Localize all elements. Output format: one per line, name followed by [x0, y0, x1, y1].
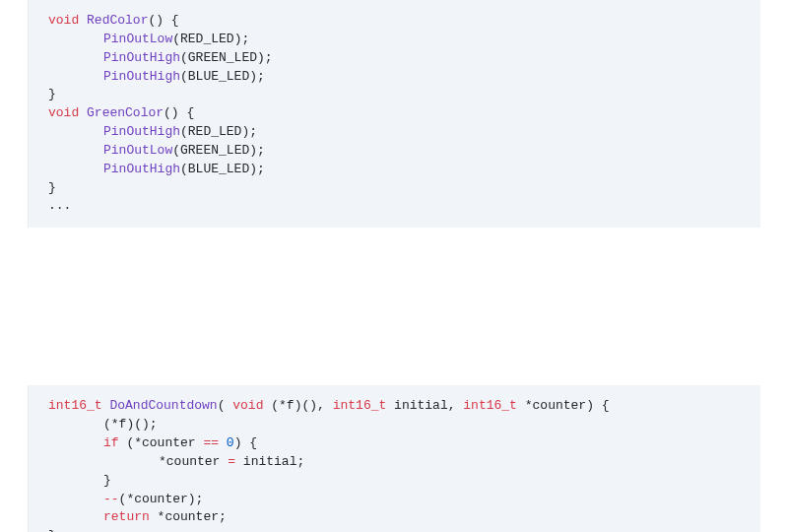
- code-text: (*f)();: [103, 417, 158, 432]
- keyword: void: [48, 13, 79, 28]
- type: int16_t: [333, 398, 387, 413]
- code-line: *counter = initial;: [48, 453, 741, 472]
- code-line: }: [48, 472, 741, 491]
- code-text: (BLUE_LED);: [180, 162, 265, 176]
- code-text: () {: [164, 105, 194, 120]
- code-line: PinOutHigh(GREEN_LED);: [48, 49, 741, 68]
- code-line: (*f)();: [48, 416, 741, 434]
- code-text: ...: [48, 198, 71, 213]
- code-text: *counter) {: [517, 398, 610, 413]
- function-name: GreenColor: [87, 105, 164, 120]
- function-call: PinOutHigh: [103, 124, 180, 139]
- code-text: (RED_LED);: [180, 124, 257, 139]
- code-text: [219, 435, 227, 450]
- code-line: PinOutHigh(BLUE_LED);: [48, 68, 741, 87]
- function-call: PinOutHigh: [103, 50, 180, 65]
- operator: =: [228, 454, 235, 469]
- function-call: PinOutHigh: [103, 162, 180, 176]
- code-text: }: [48, 180, 56, 195]
- function-call: PinOutLow: [103, 32, 172, 46]
- code-text: (*counter);: [119, 492, 204, 506]
- code-text: ) {: [234, 435, 257, 450]
- code-line: return *counter;: [48, 508, 741, 527]
- function-call: PinOutLow: [103, 143, 172, 158]
- type: int16_t: [48, 398, 102, 413]
- type: int16_t: [463, 398, 517, 413]
- code-line: PinOutHigh(BLUE_LED);: [48, 161, 741, 179]
- code-text: }: [103, 473, 111, 488]
- code-line: if (*counter == 0) {: [48, 434, 741, 453]
- code-line: PinOutLow(RED_LED);: [48, 31, 741, 49]
- code-block-2: int16_t DoAndCountdown( void (*f)(), int…: [28, 385, 760, 532]
- code-text: *counter: [159, 454, 228, 469]
- code-line: void RedColor() {: [48, 12, 741, 31]
- keyword: return: [103, 509, 150, 524]
- operator: --: [103, 492, 119, 506]
- code-text: (*f)(),: [263, 398, 332, 413]
- code-block-1: void RedColor() { PinOutLow(RED_LED); Pi…: [28, 0, 760, 228]
- keyword: void: [48, 105, 79, 120]
- code-text: initial,: [386, 398, 463, 413]
- code-line: PinOutHigh(RED_LED);: [48, 123, 741, 142]
- number: 0: [227, 435, 234, 450]
- operator: ==: [203, 435, 219, 450]
- code-line: void GreenColor() {: [48, 104, 741, 123]
- keyword: if: [103, 435, 119, 450]
- code-line: --(*counter);: [48, 491, 741, 509]
- code-text: (: [218, 398, 233, 413]
- code-text: (GREEN_LED);: [180, 50, 273, 65]
- gap: [0, 228, 788, 385]
- function-call: PinOutHigh: [103, 69, 180, 84]
- code-text: (*counter: [119, 435, 204, 450]
- code-text: *counter;: [150, 509, 227, 524]
- code-line: }: [48, 527, 741, 532]
- code-line: int16_t DoAndCountdown( void (*f)(), int…: [48, 397, 741, 416]
- code-text: (BLUE_LED);: [180, 69, 265, 84]
- code-text: (GREEN_LED);: [172, 143, 265, 158]
- function-name: RedColor: [87, 13, 148, 28]
- code-line: }: [48, 179, 741, 198]
- code-line: PinOutLow(GREEN_LED);: [48, 142, 741, 161]
- code-text: () {: [148, 13, 178, 28]
- keyword: void: [232, 398, 263, 413]
- code-text: initial;: [235, 454, 304, 469]
- code-text: (RED_LED);: [172, 32, 249, 46]
- code-line: }: [48, 86, 741, 104]
- function-name: DoAndCountdown: [109, 398, 217, 413]
- code-text: }: [48, 87, 56, 101]
- code-text: }: [48, 528, 56, 532]
- code-line: ...: [48, 197, 741, 216]
